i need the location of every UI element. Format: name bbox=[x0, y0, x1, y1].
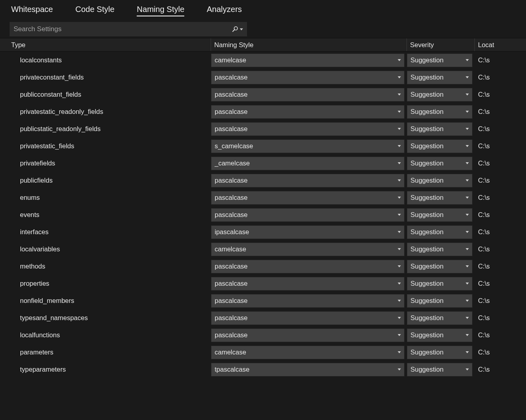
chevron-down-icon bbox=[466, 214, 469, 216]
severity-select[interactable]: Suggestion bbox=[407, 174, 472, 187]
tab-whitespace[interactable]: Whitespace bbox=[11, 5, 53, 16]
severity-select[interactable]: Suggestion bbox=[407, 311, 472, 325]
severity-select[interactable]: Suggestion bbox=[407, 260, 472, 273]
type-cell: parameters bbox=[0, 348, 211, 356]
naming-style-value: pascalcase bbox=[215, 263, 248, 270]
table-row: privatefields_camelcaseSuggestionC:\s bbox=[0, 155, 526, 172]
location-cell: C:\s bbox=[475, 314, 526, 322]
location-cell: C:\s bbox=[475, 142, 526, 150]
naming-style-value: pascalcase bbox=[215, 331, 248, 339]
severity-select[interactable]: Suggestion bbox=[407, 225, 472, 239]
search-box[interactable] bbox=[10, 22, 247, 36]
severity-select[interactable]: Suggestion bbox=[407, 346, 472, 359]
naming-style-select[interactable]: camelcase bbox=[211, 243, 404, 256]
location-cell: C:\s bbox=[475, 245, 526, 253]
severity-select[interactable]: Suggestion bbox=[407, 208, 472, 222]
grid-header: Type Naming Style Severity Locat bbox=[0, 38, 526, 52]
severity-select[interactable]: Suggestion bbox=[407, 139, 472, 153]
tab-code-style[interactable]: Code Style bbox=[76, 5, 115, 16]
severity-select[interactable]: Suggestion bbox=[407, 328, 472, 342]
column-header-location[interactable]: Locat bbox=[475, 38, 526, 51]
chevron-down-icon bbox=[466, 248, 469, 250]
naming-style-select[interactable]: _camelcase bbox=[211, 157, 404, 170]
search-icon bbox=[232, 26, 238, 32]
severity-select[interactable]: Suggestion bbox=[407, 71, 472, 84]
naming-style-select[interactable]: ipascalcase bbox=[211, 225, 404, 239]
location-cell: C:\s bbox=[475, 366, 526, 373]
naming-style-value: pascalcase bbox=[215, 314, 248, 322]
severity-cell: Suggestion bbox=[407, 71, 475, 84]
severity-select[interactable]: Suggestion bbox=[407, 157, 472, 170]
severity-value: Suggestion bbox=[410, 108, 444, 115]
chevron-down-icon bbox=[398, 231, 401, 233]
naming-style-select[interactable]: s_camelcase bbox=[211, 139, 404, 153]
severity-select[interactable]: Suggestion bbox=[407, 54, 472, 67]
chevron-down-icon bbox=[466, 300, 469, 302]
severity-value: Suggestion bbox=[410, 348, 444, 356]
type-cell: typesand_namespaces bbox=[0, 314, 211, 322]
tab-bar: WhitespaceCode StyleNaming StyleAnalyzer… bbox=[0, 5, 526, 22]
severity-select[interactable]: Suggestion bbox=[407, 105, 472, 119]
severity-select[interactable]: Suggestion bbox=[407, 294, 472, 308]
style-cell: pascalcase bbox=[211, 311, 407, 325]
naming-style-select[interactable]: pascalcase bbox=[211, 71, 404, 84]
naming-style-select[interactable]: pascalcase bbox=[211, 260, 404, 273]
severity-select[interactable]: Suggestion bbox=[407, 243, 472, 256]
severity-select[interactable]: Suggestion bbox=[407, 88, 472, 102]
severity-select[interactable]: Suggestion bbox=[407, 122, 472, 136]
naming-style-value: pascalcase bbox=[215, 280, 248, 287]
chevron-down-icon bbox=[398, 265, 401, 267]
naming-style-select[interactable]: pascalcase bbox=[211, 174, 404, 187]
naming-style-select[interactable]: pascalcase bbox=[211, 311, 404, 325]
type-cell: nonfield_members bbox=[0, 297, 211, 305]
style-cell: pascalcase bbox=[211, 260, 407, 273]
table-row: typesand_namespacespascalcaseSuggestionC… bbox=[0, 309, 526, 326]
chevron-down-icon bbox=[466, 76, 469, 78]
style-cell: camelcase bbox=[211, 346, 407, 359]
location-cell: C:\s bbox=[475, 108, 526, 115]
column-header-severity[interactable]: Severity bbox=[407, 38, 475, 51]
chevron-down-icon bbox=[398, 128, 401, 130]
naming-style-value: camelcase bbox=[215, 56, 246, 64]
type-cell: privateconstant_fields bbox=[0, 74, 211, 81]
severity-select[interactable]: Suggestion bbox=[407, 277, 472, 291]
type-cell: properties bbox=[0, 280, 211, 287]
naming-style-select[interactable]: pascalcase bbox=[211, 294, 404, 308]
search-icon-wrap[interactable] bbox=[232, 26, 243, 32]
naming-style-select[interactable]: tpascalcase bbox=[211, 363, 404, 376]
naming-style-select[interactable]: pascalcase bbox=[211, 88, 404, 102]
type-cell: publicconstant_fields bbox=[0, 91, 211, 98]
naming-style-value: s_camelcase bbox=[215, 142, 253, 150]
severity-cell: Suggestion bbox=[407, 260, 475, 273]
naming-style-value: camelcase bbox=[215, 245, 246, 253]
severity-value: Suggestion bbox=[410, 297, 444, 305]
naming-style-select[interactable]: pascalcase bbox=[211, 328, 404, 342]
severity-cell: Suggestion bbox=[407, 311, 475, 325]
chevron-down-icon bbox=[466, 334, 469, 336]
naming-style-value: pascalcase bbox=[215, 108, 248, 115]
naming-style-select[interactable]: camelcase bbox=[211, 54, 404, 67]
naming-style-select[interactable]: pascalcase bbox=[211, 208, 404, 222]
chevron-down-icon bbox=[398, 162, 401, 164]
search-input[interactable] bbox=[14, 25, 232, 33]
column-header-style[interactable]: Naming Style bbox=[211, 38, 407, 51]
naming-style-select[interactable]: pascalcase bbox=[211, 122, 404, 136]
tab-analyzers[interactable]: Analyzers bbox=[207, 5, 242, 16]
severity-select[interactable]: Suggestion bbox=[407, 191, 472, 205]
table-row: parameterscamelcaseSuggestionC:\s bbox=[0, 344, 526, 361]
table-row: privateconstant_fieldspascalcaseSuggesti… bbox=[0, 69, 526, 86]
style-cell: s_camelcase bbox=[211, 139, 407, 153]
severity-cell: Suggestion bbox=[407, 243, 475, 256]
style-cell: camelcase bbox=[211, 243, 407, 256]
naming-style-select[interactable]: pascalcase bbox=[211, 277, 404, 291]
column-header-type[interactable]: Type bbox=[0, 38, 211, 51]
chevron-down-icon bbox=[398, 94, 401, 96]
location-cell: C:\s bbox=[475, 348, 526, 356]
naming-style-select[interactable]: camelcase bbox=[211, 346, 404, 359]
naming-style-select[interactable]: pascalcase bbox=[211, 105, 404, 119]
location-cell: C:\s bbox=[475, 331, 526, 339]
tab-naming-style[interactable]: Naming Style bbox=[137, 5, 184, 16]
naming-style-select[interactable]: pascalcase bbox=[211, 191, 404, 205]
severity-select[interactable]: Suggestion bbox=[407, 363, 472, 376]
style-cell: pascalcase bbox=[211, 105, 407, 119]
